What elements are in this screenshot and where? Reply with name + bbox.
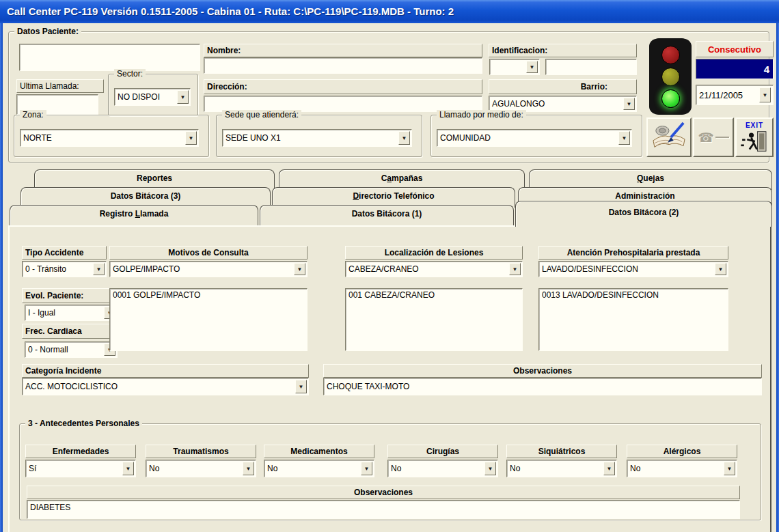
atencion-prehospitalaria-combo[interactable]: LAVADO/DESINFECCION ▼ [538, 261, 728, 277]
sede-value: SEDE UNO X1 [226, 133, 281, 143]
exit-running-man-icon [741, 130, 768, 153]
observaciones-label: Observaciones [323, 364, 762, 378]
localizacion-listbox[interactable]: 001 CABEZA/CRANEO [345, 288, 523, 351]
traffic-light-red [661, 46, 680, 64]
categoria-incidente-combo[interactable]: ACC. MOTOCICLISTICO ▼ [22, 378, 309, 395]
nombre-input[interactable] [204, 57, 482, 74]
chevron-down-icon[interactable]: ▼ [295, 380, 307, 393]
chevron-down-icon[interactable]: ▼ [618, 131, 630, 145]
cirugias-label: Cirugías [387, 445, 498, 458]
categoria-incidente-value: ACC. MOTOCICLISTICO [25, 382, 118, 391]
sede-group: Sede que atienderá: SEDE UNO X1 ▼ [216, 115, 422, 157]
motivos-listbox[interactable]: 0001 GOLPE/IMPACTO [109, 288, 308, 351]
sede-legend: Sede que atienderá: [222, 110, 301, 120]
zona-legend: Zona: [20, 110, 46, 120]
llamado-group: Llamado por medio de: COMUNIDAD ▼ [430, 115, 642, 157]
evol-paciente-combo[interactable]: I - Igual ▼ [25, 305, 118, 321]
sector-value: NO DISPOI [118, 92, 160, 102]
evol-paciente-label: Evol. Paciente: [22, 288, 118, 303]
identificacion-label: Identificacion: [489, 44, 637, 57]
chevron-down-icon[interactable]: ▼ [623, 98, 635, 110]
tipo-accidente-value: 0 - Tránsito [25, 264, 66, 274]
ultima-llamada-label: Ultima Llamada: [16, 79, 104, 93]
tab-registro-llamada[interactable]: Registro Llamada [10, 205, 258, 227]
enfermedades-label: Enfermedades [25, 445, 136, 458]
consecutivo-label: Consecutivo [696, 41, 774, 57]
atencion-listbox[interactable]: 0013 LAVADO/DESINFECCION [538, 288, 728, 351]
chevron-down-icon[interactable]: ▼ [185, 131, 197, 145]
barrio-value: AGUALONGO [492, 99, 545, 109]
llamado-combo[interactable]: COMUNIDAD ▼ [437, 129, 632, 147]
chevron-down-icon[interactable]: ▼ [603, 462, 615, 475]
antecedentes-observaciones-input[interactable]: DIABETES [27, 500, 740, 519]
chevron-down-icon[interactable]: ▼ [724, 462, 735, 475]
alergicos-value: No [630, 464, 640, 473]
traumatismos-combo[interactable]: No ▼ [146, 460, 256, 477]
medicamentos-value: No [267, 464, 277, 473]
zona-combo[interactable]: NORTE ▼ [20, 129, 199, 147]
window-border-left [0, 23, 3, 532]
motivos-consulta-combo[interactable]: GOLPE/IMPACTO ▼ [109, 261, 308, 277]
observaciones-input[interactable]: CHOQUE TAXI-MOTO [323, 378, 762, 395]
enfermedades-combo[interactable]: Sí ▼ [25, 460, 136, 477]
antecedentes-group: 3 - Antecedentes Personales Enfermedades… [19, 423, 761, 520]
chevron-down-icon[interactable]: ▼ [715, 263, 726, 275]
chevron-down-icon[interactable]: ▼ [122, 462, 134, 475]
window-title: Call Center PC-119 Versión 0.1511-2005 -… [7, 5, 454, 17]
tipo-accidente-label: Tipo Accidente [22, 246, 107, 260]
identificacion-input[interactable] [545, 59, 637, 75]
alergicos-label: Alérgicos [627, 445, 737, 458]
traffic-light-yellow [661, 68, 680, 86]
localizacion-lesiones-label: Localización de Lesiones [345, 246, 523, 260]
alergicos-combo[interactable]: No ▼ [627, 460, 737, 477]
chevron-down-icon[interactable]: ▼ [93, 263, 105, 275]
chevron-down-icon[interactable]: ▼ [484, 462, 496, 475]
medicamentos-combo[interactable]: No ▼ [264, 460, 374, 477]
exit-button[interactable]: EXIT [735, 117, 774, 157]
tab-page-datos-bitacora-2: Tipo Accidente Motivos de Consulta Local… [8, 225, 771, 532]
sede-combo[interactable]: SEDE UNO X1 ▼ [222, 129, 412, 147]
atencion-prehospitalaria-label: Atención Prehospitalaria prestada [538, 246, 728, 260]
tab-datos-bitacora-1[interactable]: Datos Bitácora (1) [260, 205, 514, 227]
window-border-right [776, 23, 779, 532]
motivos-consulta-label: Motivos de Consulta [109, 246, 308, 260]
barrio-label: Barrio: [489, 79, 637, 94]
categoria-incidente-label: Categoría Incidente [22, 364, 309, 378]
siquiatricos-value: No [510, 464, 520, 473]
tipo-accidente-combo[interactable]: 0 - Tránsito ▼ [22, 261, 107, 277]
chevron-down-icon[interactable]: ▼ [759, 87, 771, 102]
fecha-value: 21/11/2005 [699, 90, 743, 100]
medicamentos-label: Medicamentos [264, 445, 374, 458]
evol-paciente-value: I - Igual [28, 308, 55, 318]
chevron-down-icon[interactable]: ▼ [509, 263, 521, 275]
exit-label: EXIT [746, 122, 763, 129]
datos-paciente-legend: Datos Paciente: [14, 27, 81, 36]
fecha-combo[interactable]: 21/11/2005 ▼ [696, 85, 774, 105]
call-button-disabled[interactable]: ☎ [693, 117, 734, 157]
chevron-down-icon[interactable]: ▼ [361, 462, 372, 475]
chevron-down-icon[interactable]: ▼ [294, 263, 305, 275]
siquiatricos-combo[interactable]: No ▼ [506, 460, 617, 477]
frec-cardiaca-combo[interactable]: 0 - Normall ▼ [25, 341, 118, 358]
sector-combo[interactable]: NO DISPOI ▼ [114, 88, 191, 106]
chevron-down-icon[interactable]: ▼ [177, 90, 189, 104]
zona-group: Zona: NORTE ▼ [14, 115, 209, 157]
chevron-down-icon[interactable]: ▼ [398, 131, 410, 145]
chevron-down-icon[interactable]: ▼ [526, 61, 538, 73]
save-record-button[interactable] [646, 117, 692, 157]
tab-datos-bitacora-2-active[interactable]: Datos Bitácora (2) [515, 201, 772, 227]
zona-value: NORTE [23, 133, 52, 143]
sector-legend: Sector: [114, 69, 146, 79]
chevron-down-icon[interactable]: ▼ [243, 462, 254, 475]
siquiatricos-label: Siquiátricos [506, 445, 617, 458]
app-window: Call Center PC-119 Versión 0.1511-2005 -… [0, 0, 779, 532]
antecedentes-title: 3 - Antecedentes Personales [25, 419, 142, 428]
localizacion-lesiones-combo[interactable]: CABEZA/CRANEO ▼ [345, 261, 523, 277]
sector-group: Sector: NO DISPOI ▼ [108, 74, 198, 116]
titlebar[interactable]: Call Center PC-119 Versión 0.1511-2005 -… [0, 0, 779, 23]
cirugias-combo[interactable]: No ▼ [387, 460, 498, 477]
patient-info-box[interactable] [19, 44, 200, 71]
traumatismos-label: Traumatismos [146, 445, 256, 458]
llamado-value: COMUNIDAD [440, 133, 491, 143]
identificacion-tipo-combo[interactable]: ▼ [489, 59, 540, 75]
